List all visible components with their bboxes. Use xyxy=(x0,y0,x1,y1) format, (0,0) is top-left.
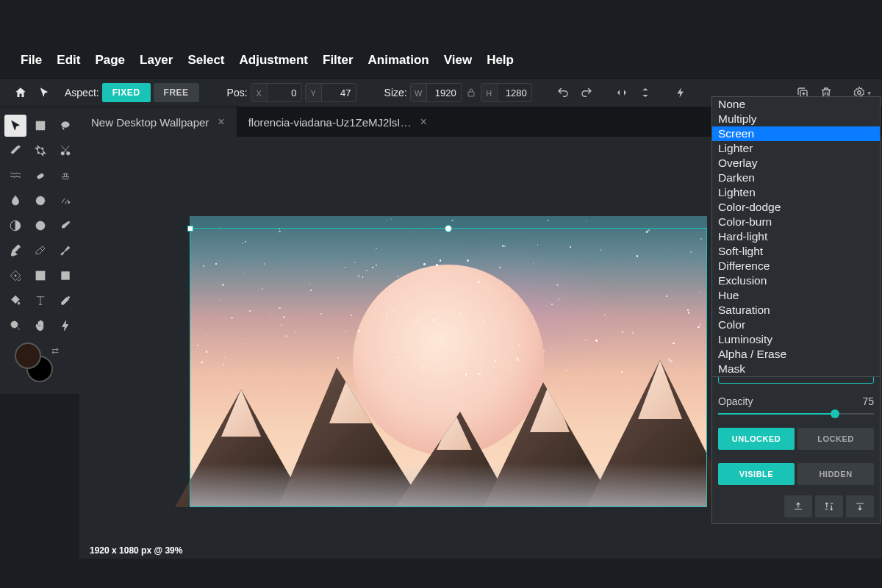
pos-x-input[interactable] xyxy=(268,84,301,101)
menu-adjustment[interactable]: Adjustment xyxy=(240,53,309,68)
blend-mode-option[interactable]: Difference xyxy=(712,259,880,273)
size-w-field[interactable]: W xyxy=(410,83,462,102)
aspect-free-button[interactable]: FREE xyxy=(154,83,199,102)
size-h-field[interactable]: H xyxy=(481,83,532,102)
rotate-handle[interactable] xyxy=(445,225,452,232)
pen-tool[interactable] xyxy=(4,240,26,262)
menu-view[interactable]: View xyxy=(444,53,472,68)
menu-layer[interactable]: Layer xyxy=(140,53,173,68)
blend-mode-option[interactable]: Color-burn xyxy=(712,215,880,229)
sponge-tool[interactable] xyxy=(29,215,51,237)
send-backward-button[interactable] xyxy=(846,495,874,517)
resize-handle[interactable] xyxy=(187,226,193,232)
blend-mode-option[interactable]: Saturation xyxy=(712,303,880,318)
eraser-tool[interactable] xyxy=(29,240,51,262)
blend-mode-dropdown[interactable]: NoneMultiplyScreenLighterOverlayDarkenLi… xyxy=(711,96,881,377)
aspect-fixed-button[interactable]: FIXED xyxy=(102,83,151,102)
close-icon[interactable]: × xyxy=(420,115,426,129)
zoom-tool[interactable] xyxy=(4,315,26,337)
clone-tool[interactable] xyxy=(54,165,76,187)
pos-y-field[interactable]: Y xyxy=(305,83,356,102)
tab-label: New Desktop Wallpaper xyxy=(91,116,209,129)
tool-panel: ⇄ xyxy=(0,107,79,394)
wand-tool[interactable] xyxy=(4,140,26,162)
brush-tool[interactable] xyxy=(54,240,76,262)
redo-button[interactable] xyxy=(576,82,597,103)
svg-rect-17 xyxy=(62,272,70,280)
swap-colors-icon[interactable]: ⇄ xyxy=(51,345,59,356)
reorder-button[interactable] xyxy=(815,495,843,517)
menu-select[interactable]: Select xyxy=(187,53,224,68)
color-replace-tool[interactable] xyxy=(54,215,76,237)
bucket-tool[interactable] xyxy=(4,290,26,312)
flip-vertical-button[interactable] xyxy=(635,82,656,103)
blend-mode-option[interactable]: Screen xyxy=(712,126,880,141)
size-h-input[interactable] xyxy=(498,84,531,101)
hidden-button[interactable]: HIDDEN xyxy=(797,463,874,485)
pos-x-field[interactable]: X xyxy=(251,83,302,102)
blend-mode-option[interactable]: None xyxy=(712,97,880,112)
blend-mode-option[interactable]: Darken xyxy=(712,171,880,185)
sharpen-tool[interactable] xyxy=(29,190,51,212)
blend-mode-option[interactable]: Overlay xyxy=(712,156,880,171)
gradient-tool[interactable] xyxy=(29,265,51,287)
cutout-tool[interactable] xyxy=(54,140,76,162)
menu-filter[interactable]: Filter xyxy=(323,53,354,68)
blend-mode-option[interactable]: Hard-light xyxy=(712,229,880,244)
liquify-tool[interactable] xyxy=(4,165,26,187)
menu-animation[interactable]: Animation xyxy=(368,53,429,68)
blend-mode-option[interactable]: Multiply xyxy=(712,112,880,126)
blend-mode-option[interactable]: Lighten xyxy=(712,185,880,200)
arrange-tool[interactable] xyxy=(4,115,26,137)
foreground-color[interactable] xyxy=(15,343,41,369)
blend-mode-option[interactable]: Alpha / Erase xyxy=(712,347,880,362)
locked-button[interactable]: LOCKED xyxy=(797,428,874,450)
blend-mode-option[interactable]: Color-dodge xyxy=(712,200,880,215)
menu-file[interactable]: File xyxy=(21,53,42,68)
arrange-tool-icon[interactable] xyxy=(34,82,54,103)
status-bar: 1920 x 1080 px @ 39% xyxy=(79,542,882,559)
eyedropper-tool[interactable] xyxy=(54,290,76,312)
opacity-slider[interactable] xyxy=(718,413,874,415)
dodge-tool[interactable] xyxy=(4,215,26,237)
close-icon[interactable]: × xyxy=(218,115,224,129)
shape-tool[interactable] xyxy=(54,265,76,287)
fill-tool[interactable] xyxy=(4,265,26,287)
marquee-tool[interactable] xyxy=(29,115,51,137)
blend-mode-option[interactable]: Color xyxy=(712,318,880,332)
artboard[interactable] xyxy=(190,216,707,507)
blend-mode-option[interactable]: Hue xyxy=(712,288,880,303)
smudge-tool[interactable] xyxy=(54,190,76,212)
pos-y-input[interactable] xyxy=(322,84,356,101)
size-w-input[interactable] xyxy=(427,84,461,101)
blend-mode-option[interactable]: Mask xyxy=(712,362,880,376)
lasso-tool[interactable] xyxy=(54,115,76,137)
tab-wallpaper[interactable]: New Desktop Wallpaper× xyxy=(79,107,237,137)
blend-mode-option[interactable]: Luminosity xyxy=(712,332,880,347)
bring-forward-button[interactable] xyxy=(784,495,812,517)
unlocked-button[interactable]: UNLOCKED xyxy=(718,428,795,450)
hand-tool[interactable] xyxy=(29,315,51,337)
selection-box[interactable] xyxy=(190,228,707,507)
bottom-strip xyxy=(0,559,882,588)
ai-button[interactable] xyxy=(670,82,691,103)
menu-edit[interactable]: Edit xyxy=(57,53,80,68)
menu-help[interactable]: Help xyxy=(487,53,514,68)
menu-page[interactable]: Page xyxy=(95,53,125,68)
quick-tool[interactable] xyxy=(54,315,76,337)
pos-label: Pos: xyxy=(227,87,248,98)
blend-mode-option[interactable]: Exclusion xyxy=(712,273,880,288)
blur-tool[interactable] xyxy=(4,190,26,212)
home-button[interactable] xyxy=(10,82,31,103)
flip-horizontal-button[interactable] xyxy=(612,82,632,103)
aspect-lock-icon[interactable] xyxy=(465,88,478,97)
undo-button[interactable] xyxy=(553,82,573,103)
visible-button[interactable]: VISIBLE xyxy=(718,463,795,485)
blend-mode-option[interactable]: Lighter xyxy=(712,141,880,156)
text-tool[interactable] xyxy=(29,290,51,312)
heal-tool[interactable] xyxy=(29,165,51,187)
blend-mode-option[interactable]: Soft-light xyxy=(712,244,880,259)
crop-tool[interactable] xyxy=(29,140,51,162)
slider-thumb[interactable] xyxy=(831,409,839,418)
tab-florencia[interactable]: florencia-viadana-Uz1ZeMJ2lsI…× xyxy=(237,107,439,137)
